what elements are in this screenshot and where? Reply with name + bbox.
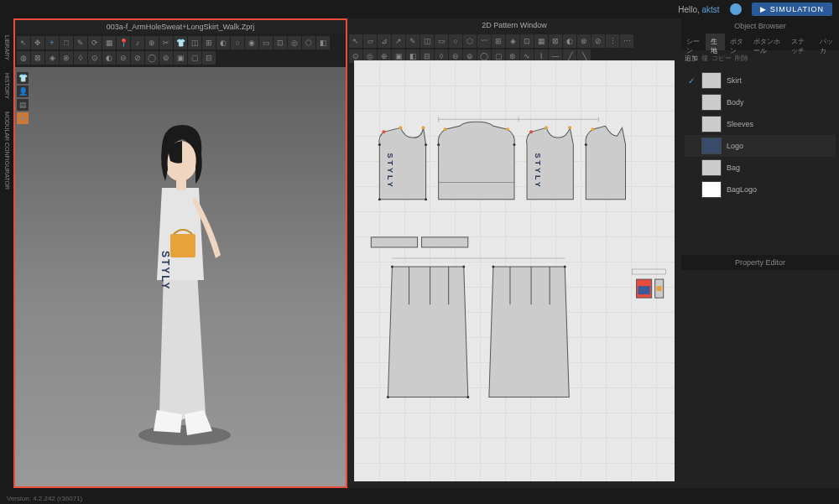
move-tool-icon[interactable]: ✥	[31, 36, 44, 49]
pattern-piece-mid[interactable]	[437, 122, 515, 199]
tool-icon[interactable]: ⊖	[117, 51, 130, 65]
tool-icon[interactable]: ○	[231, 36, 244, 49]
layer-item-logo[interactable]: Logo	[685, 135, 836, 157]
rect-tool-icon[interactable]: □	[60, 36, 73, 49]
tab-pucker[interactable]: パッカ	[815, 34, 839, 50]
action-delete[interactable]: 削除	[735, 54, 748, 63]
action-add[interactable]: 追加	[685, 54, 698, 63]
layer-item-body[interactable]: Body	[685, 91, 836, 113]
pattern-skirt-right[interactable]	[489, 265, 569, 397]
tool-icon[interactable]: ⊠	[549, 34, 562, 48]
tool-icon[interactable]: ⬡	[463, 34, 477, 48]
tab-stitch[interactable]: ステッチ	[786, 34, 815, 50]
tool-icon[interactable]: ▱	[363, 34, 377, 48]
tool-icon[interactable]: ◍	[17, 51, 30, 65]
pattern-piece-side[interactable]	[585, 126, 626, 199]
pattern-canvas[interactable]: STYLY STYLY	[354, 60, 675, 481]
layer-item-skirt[interactable]: ✓ Skirt	[685, 70, 836, 91]
tool-icon[interactable]: ♪	[131, 36, 144, 49]
user-icon[interactable]: 👤	[17, 86, 29, 97]
rail-tab-library[interactable]: LIBRARY	[4, 35, 10, 60]
svg-point-11	[378, 143, 381, 146]
tool-icon[interactable]: ◐	[216, 36, 230, 49]
tool-icon[interactable]: ▦	[534, 34, 548, 48]
simulation-button[interactable]: ▶ SIMULATION	[752, 3, 832, 16]
tool-icon[interactable]: ◫	[188, 36, 201, 49]
tool-icon[interactable]: ⊙	[88, 51, 102, 65]
tool-icon[interactable]: ✂	[159, 36, 173, 49]
tool-icon[interactable]: ⊘	[591, 34, 605, 48]
tool-icon[interactable]: ◫	[420, 34, 434, 48]
tool-icon[interactable]: ⬡	[302, 36, 315, 49]
option-icon[interactable]: ●	[17, 112, 29, 124]
tool-icon[interactable]: ⊚	[159, 51, 173, 65]
tool-icon[interactable]: ⟳	[88, 36, 102, 49]
edit-tool-icon[interactable]: ✎	[74, 36, 87, 49]
avatar-3d-model[interactable]: STYLY	[105, 104, 256, 449]
rail-tab-modular[interactable]: MODULAR CONFIGURATOR	[4, 112, 10, 190]
select-tool-icon[interactable]: ↖	[17, 36, 30, 49]
tool-icon[interactable]: ↗	[392, 34, 405, 48]
layers-icon[interactable]: ▤	[17, 99, 29, 111]
tab-button[interactable]: ボタン	[725, 34, 749, 50]
tool-icon[interactable]: ⊘	[131, 51, 144, 65]
tab-fabric[interactable]: 生地	[706, 34, 725, 50]
cloud-sync-icon[interactable]	[730, 3, 742, 15]
tool-icon[interactable]: ⊗	[577, 34, 591, 48]
pattern-bag[interactable]	[633, 269, 666, 298]
tool-icon[interactable]: ⊡	[520, 34, 534, 48]
tab-buttonhole[interactable]: ボタンホール	[748, 34, 786, 50]
pattern-strip[interactable]	[371, 237, 417, 247]
tool-icon[interactable]: ◈	[506, 34, 519, 48]
select-2d-icon[interactable]: ↖	[349, 34, 362, 48]
tool-icon[interactable]: ⊟	[202, 51, 216, 65]
viewport-3d[interactable]: 003a-f_ArmHoleSweat+LongSkirt_Walk.Zprj …	[13, 18, 347, 488]
pattern-piece-back[interactable]: STYLY	[527, 126, 574, 199]
svg-rect-40	[638, 286, 650, 294]
action-dup[interactable]: 複	[701, 54, 708, 63]
tool-icon[interactable]: ◧	[316, 36, 330, 49]
pen-tool-icon[interactable]: ✎	[406, 34, 420, 48]
tool-icon[interactable]: ◯	[145, 51, 159, 65]
rail-tab-history[interactable]: HISTORY	[4, 73, 10, 99]
tool-icon[interactable]: ○	[449, 34, 462, 48]
pin-tool-icon[interactable]: 📍	[117, 36, 130, 49]
pattern-strip[interactable]	[422, 237, 468, 247]
tool-icon[interactable]: ⊞	[492, 34, 505, 48]
svg-point-9	[399, 126, 402, 129]
layer-item-bag[interactable]: Bag	[685, 157, 836, 179]
tool-icon[interactable]: ⊗	[60, 51, 73, 65]
tool-icon[interactable]: ⊡	[274, 36, 287, 49]
tab-scene[interactable]: シーン	[681, 34, 706, 50]
tool-icon[interactable]: ▭	[435, 34, 448, 48]
viewport-2d[interactable]: 2D Pattern Window ↖ ▱ ⊿ ↗ ✎ ◫ ▭ ○ ⬡ 〰 ⊞ …	[347, 18, 681, 488]
layer-item-baglogo[interactable]: BagLogo	[685, 179, 836, 200]
pattern-skirt-left[interactable]	[387, 265, 469, 398]
tool-icon[interactable]: ▢	[188, 51, 201, 65]
tool-icon[interactable]: ◈	[45, 51, 59, 65]
tool-icon[interactable]: 〰	[477, 34, 491, 48]
tool-icon[interactable]: ▦	[102, 36, 116, 49]
tool-icon[interactable]: ⊠	[31, 51, 44, 65]
tool-icon[interactable]: ⊞	[202, 36, 216, 49]
tool-icon[interactable]: ◎	[288, 36, 301, 49]
tool-icon[interactable]: ◐	[102, 51, 116, 65]
shirt-tool-icon[interactable]: 👕	[174, 36, 187, 49]
tool-icon[interactable]: ⋯	[620, 34, 633, 48]
tool-icon[interactable]: ⊿	[378, 34, 391, 48]
tool-icon[interactable]: ▣	[174, 51, 187, 65]
action-copy[interactable]: コピー	[711, 54, 732, 63]
tool-icon[interactable]: ◐	[563, 34, 576, 48]
tool-icon[interactable]: ◊	[74, 51, 87, 65]
layer-item-sleeves[interactable]: Sleeves	[685, 113, 836, 135]
username-link[interactable]: aktst	[702, 5, 720, 14]
tool-icon[interactable]: ▭	[259, 36, 273, 49]
tool-icon[interactable]: ⊕	[145, 36, 159, 49]
tool-icon[interactable]: ◉	[245, 36, 258, 49]
layer-label: BagLogo	[727, 185, 757, 194]
pattern-piece-front[interactable]: STYLY	[378, 126, 427, 200]
add-tool-icon[interactable]: +	[45, 36, 59, 49]
avatar-icon[interactable]: 👕	[17, 72, 29, 84]
tool-icon[interactable]: ⋮	[606, 34, 619, 48]
swatch	[701, 94, 722, 111]
